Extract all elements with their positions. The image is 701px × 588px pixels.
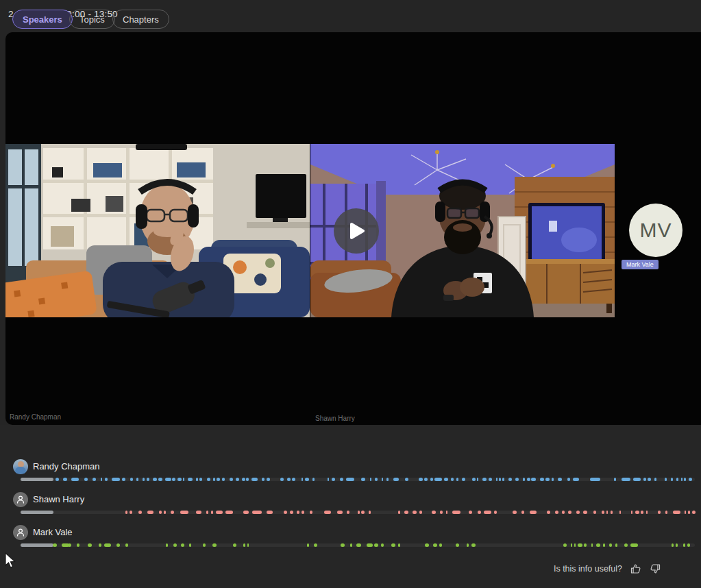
speech-segment [451,478,454,481]
speech-segment [611,511,613,514]
speech-segment [112,478,120,481]
speech-segment [252,511,262,514]
speech-segment [99,543,102,547]
speaker-timeline-mark[interactable] [21,543,695,547]
speech-segment [440,511,443,514]
play-icon [346,221,367,241]
speech-segment [681,478,682,481]
speech-segment [292,478,295,481]
speech-segment [341,543,344,547]
speaker-row-randy: Randy Chapman [0,459,701,492]
video-player[interactable]: MV Mark Vale Randy Chapman Shawn Harry [5,32,701,425]
speech-segment [130,511,132,514]
speech-segment [203,543,206,547]
speech-segment [217,478,220,481]
tab-chapters[interactable]: Chapters [112,10,169,29]
thumbs-up-icon [630,563,642,575]
tab-speakers[interactable]: Speakers [12,10,73,29]
speech-segment [609,543,612,547]
participant-name-chip: Mark Vale [622,260,659,269]
speech-segment [635,511,639,514]
speaker-timeline-randy[interactable] [21,478,695,481]
speech-segment [143,478,145,481]
speech-segment [222,478,225,481]
speech-segment [310,511,313,514]
speech-segment [183,478,184,481]
speech-segment [419,511,422,514]
thumbs-down-button[interactable] [649,563,661,575]
speech-segment [672,543,674,547]
speaker-avatar-generic [13,492,28,507]
speech-segment [590,478,600,481]
speech-segment [622,478,631,481]
speech-segment [633,478,641,481]
speech-segment [456,543,459,547]
speech-segment [350,543,352,547]
speech-segment [540,478,544,481]
person-icon [16,495,25,504]
speech-segment [444,478,447,481]
speech-segment [568,511,571,514]
thumbs-up-button[interactable] [630,563,642,575]
speech-segment [125,543,129,547]
speech-segment [305,478,309,481]
speech-segment [469,511,472,514]
speech-segment [646,511,648,514]
speech-segment [683,543,686,547]
speech-segment [356,543,360,547]
speech-segment [136,478,138,481]
speech-segment [676,478,678,481]
speech-segment [328,478,329,481]
speech-segment [434,478,442,481]
speech-segment [382,478,383,481]
speech-segment [125,511,127,514]
speech-segment [405,478,408,481]
speech-segment [247,543,249,547]
speech-segment [482,478,487,481]
video-name-label-shawn: Shawn Harry [315,415,355,422]
speech-segment [494,511,497,514]
thumbs-down-icon [649,563,661,575]
speech-segment [527,478,530,481]
speech-segment [452,511,460,514]
speech-segment [484,511,491,514]
speech-segment [230,478,233,481]
speech-segment [287,478,290,481]
speech-segment [614,478,616,481]
speaker-row-mark: Mark Vale [0,525,701,558]
speech-segment [689,478,693,481]
speech-segment [262,478,265,481]
speech-segment [166,543,169,547]
speech-segment [211,511,212,514]
speech-segment [547,511,550,514]
speech-segment [302,478,304,481]
video-tile-randy [5,144,310,317]
speech-segment [367,543,372,547]
speech-segment [398,543,399,547]
speech-segment [138,511,142,514]
speech-segment [173,543,177,547]
speech-segment [665,478,667,481]
speech-segment [673,511,680,514]
speech-segment [606,511,608,514]
play-button[interactable] [334,208,379,254]
speaker-name: Randy Chapman [33,461,100,471]
speech-segment [77,543,79,547]
speech-segment [462,478,465,481]
meeting-recap-page: 2 April 2026 13:00 - 13:50 [0,0,701,588]
speech-segment [180,511,189,514]
speech-segment [523,478,525,481]
speech-segment [684,478,686,481]
speech-segment [267,511,273,514]
speech-segment [207,478,210,481]
speech-segment [181,543,185,547]
speech-segment [243,543,245,547]
tab-topics[interactable]: Topics [69,10,115,29]
speech-segment [267,478,270,481]
speech-segment [374,543,378,547]
speech-segment [596,543,600,547]
speaker-timeline-shawn[interactable] [21,511,695,514]
speech-segment [347,511,349,514]
speech-segment [521,511,524,514]
speech-segment [158,478,162,481]
